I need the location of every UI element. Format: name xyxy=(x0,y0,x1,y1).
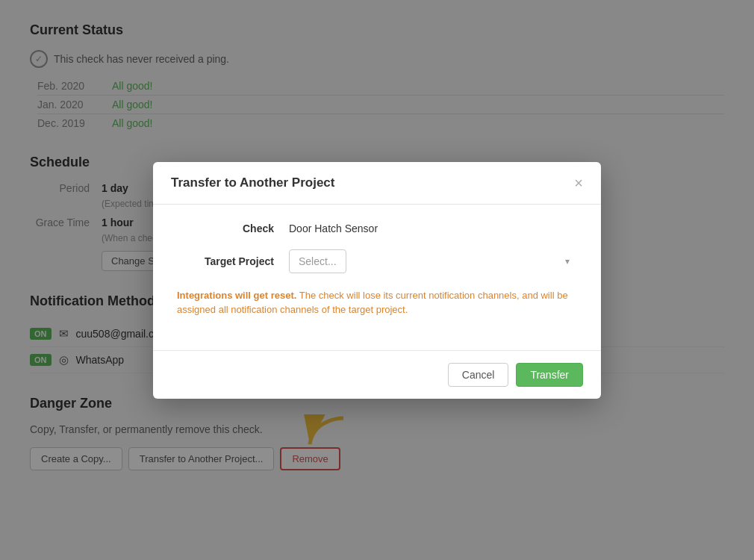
check-label: Check xyxy=(177,223,274,234)
warning-box: Integrations will get reset. The check w… xyxy=(177,288,577,325)
modal-title: Transfer to Another Project xyxy=(171,175,334,190)
target-project-select[interactable]: Select... xyxy=(289,249,346,273)
check-value: Door Hatch Sensor xyxy=(289,223,378,234)
modal-header: Transfer to Another Project × xyxy=(153,162,601,205)
target-project-row: Target Project Select... ▾ xyxy=(177,249,577,273)
modal-close-button[interactable]: × xyxy=(574,175,583,190)
target-project-label: Target Project xyxy=(177,255,274,267)
warning-bold: Integrations will get reset. xyxy=(177,290,296,301)
cancel-button[interactable]: Cancel xyxy=(448,363,509,387)
target-project-select-wrapper: Select... ▾ xyxy=(289,249,577,273)
modal-overlay[interactable]: Transfer to Another Project × Check Door… xyxy=(0,0,754,560)
transfer-button[interactable]: Transfer xyxy=(516,363,583,387)
modal-footer: Cancel Transfer xyxy=(153,350,601,399)
modal-body: Check Door Hatch Sensor Target Project S… xyxy=(153,205,601,350)
transfer-modal: Transfer to Another Project × Check Door… xyxy=(153,162,601,399)
chevron-down-icon: ▾ xyxy=(565,256,570,267)
warning-text: Integrations will get reset. The check w… xyxy=(177,290,568,316)
check-row: Check Door Hatch Sensor xyxy=(177,223,577,234)
